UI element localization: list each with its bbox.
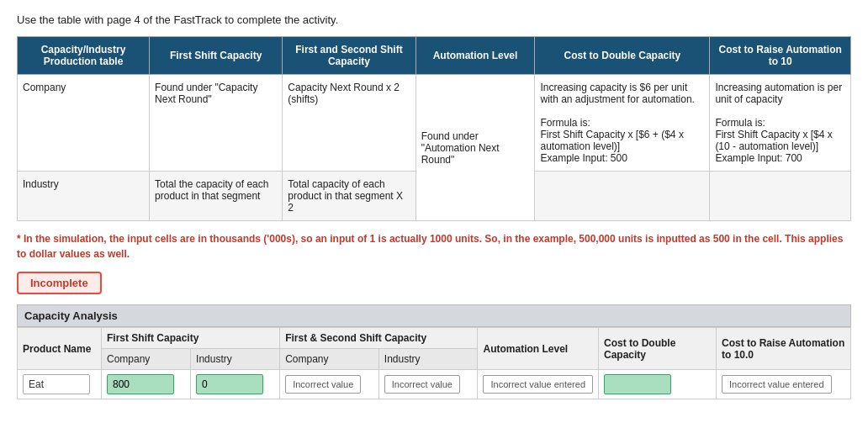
sub-col-industry-2: Industry (378, 349, 478, 370)
sub-col-industry-1: Industry (191, 349, 280, 370)
reference-table: Capacity/Industry Production table First… (17, 36, 851, 221)
row-cost-double-company: Increasing capacity is $6 per unit with … (535, 75, 710, 172)
first-second-company-cell: Incorrect value (280, 370, 379, 399)
ref-col-header-1: First Shift Capacity (150, 37, 283, 75)
row-automation: Found under "Automation Next Round" (415, 75, 535, 221)
row-first-shift-industry: Total the capacity of each product in th… (150, 172, 283, 221)
sub-col-company-1: Company (102, 349, 191, 370)
sub-col-company-2: Company (280, 349, 379, 370)
row-first-second-company: Capacity Next Round x 2 (shifts) (283, 75, 415, 172)
note-text: * In the simulation, the input cells are… (17, 231, 851, 262)
ref-col-header-3: Automation Level (415, 37, 535, 75)
first-shift-company-input[interactable] (107, 374, 174, 394)
col-product-name: Product Name (18, 328, 102, 370)
ref-col-header-0: Capacity/Industry Production table (18, 37, 150, 75)
capacity-analysis-header: Capacity Analysis (17, 304, 851, 327)
first-shift-company-cell (102, 370, 191, 399)
row-label-industry: Industry (18, 172, 150, 221)
col-first-shift: First Shift Capacity (102, 328, 280, 349)
ref-col-header-4: Cost to Double Capacity (535, 37, 710, 75)
ref-col-header-5: Cost to Raise Automation to 10 (710, 37, 851, 75)
table-row: Company Found under "Capacity Next Round… (18, 75, 851, 172)
first-shift-industry-input[interactable] (196, 374, 263, 394)
cost-double-input[interactable] (604, 374, 671, 394)
col-first-second: First & Second Shift Capacity (280, 328, 478, 349)
row-first-second-industry: Total capacity of each product in that s… (283, 172, 415, 221)
page-wrapper: Use the table with page 4 of the FastTra… (0, 0, 868, 413)
cost-double-cell (599, 370, 717, 399)
first-second-company-value: Incorrect value (285, 375, 361, 394)
first-shift-industry-cell (191, 370, 280, 399)
row-cost-raise-company: Increasing automation is per unit of cap… (710, 75, 851, 172)
automation-cell: Incorrect value entered (478, 370, 599, 399)
intro-text: Use the table with page 4 of the FastTra… (17, 13, 851, 26)
analysis-table: Product Name First Shift Capacity First … (17, 327, 851, 399)
first-second-industry-value: Incorrect value (384, 375, 460, 394)
cost-raise-value: Incorrect value entered (722, 375, 832, 394)
col-cost-raise: Cost to Raise Automation to 10.0 (717, 328, 851, 370)
row-cost-raise-industry (710, 172, 851, 221)
status-badge: Incomplete (17, 272, 102, 294)
row-label-company: Company (18, 75, 150, 172)
analysis-col-header-row: Product Name First Shift Capacity First … (18, 328, 851, 349)
product-name-cell (18, 370, 102, 399)
row-first-shift-company: Found under "Capacity Next Round" (150, 75, 283, 172)
automation-value: Incorrect value entered (483, 375, 593, 394)
analysis-data-row: Incorrect value Incorrect value Incorrec… (18, 370, 851, 399)
col-cost-double: Cost to Double Capacity (599, 328, 717, 370)
ref-col-header-2: First and Second Shift Capacity (283, 37, 415, 75)
col-automation: Automation Level (478, 328, 599, 370)
product-name-input[interactable] (23, 374, 90, 394)
first-second-industry-cell: Incorrect value (378, 370, 478, 399)
row-cost-double-industry (535, 172, 710, 221)
cost-raise-cell: Incorrect value entered (717, 370, 851, 399)
